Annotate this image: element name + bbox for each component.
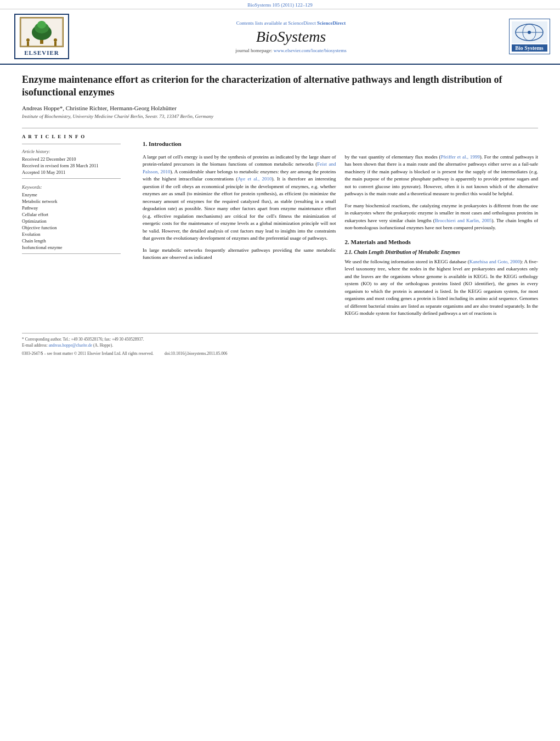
- left-divider-2: [22, 178, 121, 179]
- elsevier-tree-icon: [20, 17, 64, 47]
- whether-text: whether: [320, 184, 336, 189]
- footnote-email: E-mail address: andreas.hoppe@charite.de…: [22, 343, 538, 348]
- footer-doi: doi:10.1016/j.biosystems.2011.05.006: [165, 351, 228, 356]
- biosystems-logo-icon: [512, 21, 547, 43]
- svg-rect-8: [27, 42, 29, 46]
- intro-para-2: In large metabolic networks frequently a…: [143, 247, 336, 262]
- footnote-corresponding: * Corresponding author. Tel.: +49 30 450…: [22, 337, 538, 342]
- svg-point-5: [37, 21, 46, 29]
- journal-homepage: journal homepage: www.elsevier.com/locat…: [86, 48, 496, 53]
- materials-heading: 2. Materials and Methods: [345, 239, 539, 245]
- footer-bottom: 0303-2647/$ – see front matter © 2011 El…: [22, 351, 538, 356]
- left-divider-3: [22, 253, 121, 254]
- materials-para-1: We used the following information stored…: [345, 258, 539, 318]
- article-title: Enzyme maintenance effort as criterion f…: [22, 73, 538, 99]
- keyword-2: Metabolic network: [22, 199, 132, 204]
- keyword-5: Optimization: [22, 218, 132, 224]
- intro-para-4: For many biochemical reactions, the cata…: [345, 202, 539, 232]
- keyword-3: Pathway: [22, 205, 132, 211]
- keyword-1: Enzyme: [22, 192, 132, 197]
- history-item-1: Received 22 December 2010: [22, 156, 132, 162]
- svg-point-14: [528, 31, 531, 34]
- divider-1: [22, 128, 538, 128]
- svg-rect-9: [54, 42, 56, 46]
- homepage-url[interactable]: www.elsevier.com/locate/biosystems: [274, 48, 347, 53]
- history-item-2: Received in revised form 28 March 2011: [22, 163, 132, 168]
- journal-reference: BioSystems 105 (2011) 122–129: [0, 0, 560, 9]
- article-authors: Andreas Hoppe*, Christine Richter, Herma…: [22, 105, 538, 111]
- article-info-title: A R T I C L E I N F O: [22, 134, 132, 139]
- elsevier-label: ELSEVIER: [20, 49, 64, 56]
- svg-point-6: [26, 38, 30, 42]
- left-divider-1: [22, 144, 121, 144]
- intro-left-col: A large part of cell's energy is used by…: [143, 154, 336, 322]
- keywords-label: Keywords:: [22, 184, 132, 190]
- article-body-container: A R T I C L E I N F O Article history: R…: [22, 134, 538, 322]
- footnotes-section: * Corresponding author. Tel.: +49 30 450…: [22, 333, 538, 356]
- history-label: Article history:: [22, 149, 132, 154]
- article-text-column: 1. Introduction A large part of cell's e…: [143, 134, 538, 322]
- footnote-email-address[interactable]: andreas.hoppe@charite.de: [49, 343, 92, 348]
- history-item-3: Accepted 10 May 2011: [22, 169, 132, 175]
- intro-right-col: by the vast quantity of elementary flux …: [345, 154, 539, 322]
- journal-header-center: Contents lists available at ScienceDirec…: [75, 20, 507, 53]
- intro-para-1: A large part of cell's energy is used by…: [143, 154, 336, 242]
- keyword-8: Chain length: [22, 238, 132, 244]
- keyword-6: Objective function: [22, 225, 132, 230]
- svg-point-7: [54, 38, 57, 42]
- introduction-heading: 1. Introduction: [143, 140, 538, 147]
- biosystems-logo-box: Bio Systems: [509, 19, 550, 54]
- sciencedirect-text: Contents lists available at ScienceDirec…: [86, 20, 496, 26]
- article-info-column: A R T I C L E I N F O Article history: R…: [22, 134, 132, 322]
- journal-header: ELSEVIER Contents lists available at Sci…: [0, 9, 560, 65]
- footer-copyright: 0303-2647/$ – see front matter © 2011 El…: [22, 351, 154, 356]
- elsevier-logo: ELSEVIER: [9, 14, 75, 59]
- biosystems-logo-label: Bio Systems: [512, 44, 547, 52]
- keyword-9: Isofunctional enzyme: [22, 245, 132, 250]
- keyword-4: Cellular effort: [22, 212, 132, 217]
- keyword-7: Evolution: [22, 231, 132, 237]
- materials-subsection-1: 2.1. Chain Length Distribution of Metabo…: [345, 250, 539, 255]
- introduction-body: A large part of cell's energy is used by…: [143, 154, 538, 322]
- elsevier-logo-box: ELSEVIER: [14, 14, 69, 59]
- journal-title: BioSystems: [86, 28, 496, 46]
- keywords-section: Keywords: Enzyme Metabolic network Pathw…: [22, 184, 132, 250]
- biosystems-logo: Bio Systems: [507, 19, 551, 54]
- article-affiliation: Institute of Biochemistry, University Me…: [22, 114, 538, 119]
- intro-para-3: by the vast quantity of elementary flux …: [345, 154, 539, 198]
- main-content: Enzyme maintenance effort as criterion f…: [0, 65, 560, 367]
